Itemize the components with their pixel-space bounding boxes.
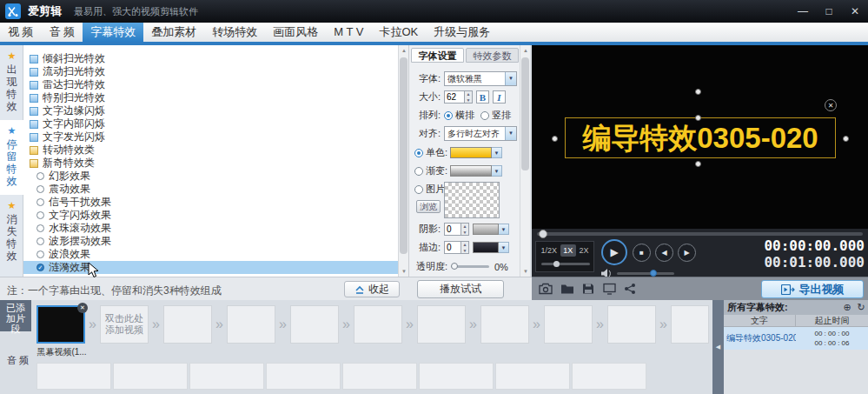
shadow-color-swatch[interactable] — [473, 224, 499, 235]
effect-item[interactable]: 文字闪烁效果 — [23, 209, 398, 222]
play-test-button[interactable]: 播放试试 — [417, 280, 504, 298]
speed-1x-button[interactable]: 1X — [560, 244, 576, 257]
handle-right[interactable] — [843, 136, 849, 142]
add-video-slot[interactable]: 双击此处 添加视频 — [100, 305, 149, 344]
stroke-input[interactable] — [444, 241, 461, 254]
effect-item-selected[interactable]: ✓涟漪效果 — [23, 261, 398, 274]
tab-transitions[interactable]: 转场特效 — [204, 23, 265, 42]
scroll-up-icon[interactable]: ▲ — [520, 45, 531, 56]
italic-button[interactable]: I — [493, 90, 506, 104]
video-preview[interactable]: 编导特效0305-020 ✕ — [532, 45, 868, 229]
effects-scrollbar[interactable]: ▲ ▼ — [398, 45, 408, 277]
overlay-close-icon[interactable]: ✕ — [825, 99, 837, 111]
effect-item[interactable]: 波形摆动效果 — [23, 235, 398, 248]
empty-slot[interactable] — [354, 305, 402, 344]
effect-item[interactable]: 水珠滚动效果 — [23, 222, 398, 235]
folder-icon[interactable] — [560, 283, 574, 295]
handle-rotate[interactable] — [695, 89, 701, 95]
add-subtitle-icon[interactable]: ⊕ — [840, 302, 854, 313]
vertical-radio[interactable] — [480, 111, 489, 120]
audio-slot[interactable] — [572, 363, 646, 390]
empty-slot[interactable] — [163, 305, 212, 344]
effect-item[interactable]: 特别扫光特效 — [23, 91, 398, 104]
share-icon[interactable] — [624, 283, 636, 295]
tab-video[interactable]: 视 频 — [0, 23, 42, 42]
effect-item[interactable]: 震动效果 — [23, 183, 398, 196]
tab-karaoke[interactable]: 卡拉OK — [371, 23, 426, 42]
handle-top[interactable] — [695, 115, 701, 121]
stroke-stepper[interactable]: ▲▼ — [461, 241, 469, 254]
empty-slot[interactable] — [607, 305, 656, 344]
audio-slot[interactable] — [36, 363, 111, 390]
refresh-icon[interactable]: ↻ — [854, 302, 868, 313]
tab-subtitle-effects[interactable]: 字幕特效 — [83, 23, 143, 42]
chevron-down-icon[interactable]: ▼ — [499, 242, 509, 253]
audio-slot[interactable] — [266, 363, 341, 390]
effect-item[interactable]: 文字边缘闪烁 — [23, 104, 398, 117]
rail-item-stay[interactable]: ★ 停留特效 — [0, 120, 23, 195]
tab-upgrade[interactable]: 升级与服务 — [426, 23, 498, 42]
subtitle-overlay-text[interactable]: 编导特效0305-020 — [566, 118, 835, 157]
tab-effect-params[interactable]: 特效参数 — [466, 48, 519, 63]
speed-2x-button[interactable]: 2X — [576, 244, 592, 257]
speed-half-button[interactable]: 1/2X — [538, 244, 560, 257]
seek-bar[interactable] — [537, 232, 863, 236]
effect-category[interactable]: 转动特效类 — [23, 144, 398, 157]
tab-font-settings[interactable]: 字体设置 — [411, 48, 464, 63]
solid-color-swatch[interactable] — [450, 147, 492, 158]
close-button[interactable]: ✕ — [847, 5, 863, 17]
chevron-down-icon[interactable]: ▼ — [492, 147, 502, 158]
tab-picture-style[interactable]: 画面风格 — [265, 23, 326, 42]
solid-color-radio[interactable] — [414, 149, 423, 157]
empty-slot[interactable] — [544, 305, 593, 344]
panel-scrollbar[interactable]: ▲ ▼ — [520, 45, 530, 277]
stroke-color-swatch[interactable] — [473, 242, 499, 253]
next-frame-button[interactable]: ▶ — [678, 244, 696, 262]
handle-left[interactable] — [552, 136, 558, 142]
tab-overlay-material[interactable]: 叠加素材 — [143, 23, 204, 42]
minimize-button[interactable]: — — [795, 5, 811, 17]
audio-slot[interactable] — [342, 363, 417, 390]
gradient-swatch[interactable] — [450, 165, 492, 177]
effect-item[interactable]: 文字发光闪烁 — [23, 130, 398, 144]
empty-slot[interactable] — [671, 305, 709, 344]
chevron-down-icon[interactable]: ▼ — [492, 165, 502, 177]
subtitle-overlay-box[interactable]: 编导特效0305-020 ✕ — [565, 117, 836, 158]
audio-slot[interactable] — [113, 363, 188, 390]
chevron-down-icon[interactable]: ▼ — [505, 72, 516, 85]
empty-slot[interactable] — [417, 305, 466, 344]
align-select[interactable]: 多行时左对齐 ▼ — [444, 126, 517, 141]
scroll-thumb[interactable] — [400, 57, 407, 254]
rail-item-disappear[interactable]: ★ 消失特效 — [0, 195, 23, 270]
opacity-slider-thumb[interactable] — [451, 263, 458, 270]
size-stepper[interactable]: ▲▼ — [465, 90, 473, 104]
jog-thumb[interactable] — [553, 261, 560, 267]
shadow-input[interactable] — [444, 223, 461, 236]
gradient-radio[interactable] — [414, 167, 423, 176]
empty-slot[interactable] — [480, 305, 529, 344]
image-fill-radio[interactable] — [414, 185, 423, 194]
chevron-down-icon[interactable]: ▼ — [505, 127, 516, 140]
effect-item[interactable]: 信号干扰效果 — [23, 196, 398, 209]
image-preview[interactable] — [444, 182, 500, 218]
effect-category[interactable]: 新奇特效类 — [23, 157, 398, 170]
empty-slot[interactable] — [290, 305, 339, 344]
horizontal-radio[interactable] — [444, 111, 453, 120]
play-button[interactable]: ▶ — [601, 239, 627, 265]
effect-item[interactable]: 波浪效果 — [23, 248, 398, 261]
chevron-down-icon[interactable]: ▼ — [499, 224, 509, 235]
remove-clip-icon[interactable]: ✕ — [77, 303, 88, 313]
size-input[interactable] — [444, 90, 465, 104]
tab-mtv[interactable]: M T V — [326, 23, 371, 42]
panel-collapse-handle[interactable]: ◀ — [712, 300, 724, 394]
volume-thumb[interactable] — [650, 270, 657, 277]
bold-button[interactable]: B — [476, 90, 489, 104]
added-clips-tab[interactable]: 已添加片段 — [0, 300, 31, 331]
scroll-down-icon[interactable]: ▼ — [520, 266, 531, 277]
save-icon[interactable] — [582, 283, 594, 295]
browse-button[interactable]: 浏览 — [416, 200, 441, 213]
jog-slider[interactable] — [541, 263, 590, 265]
effect-item[interactable]: 流动扫光特效 — [23, 65, 398, 78]
export-video-button[interactable]: 导出视频 — [761, 280, 864, 298]
effect-item[interactable]: 雷达扫光特效 — [23, 78, 398, 91]
